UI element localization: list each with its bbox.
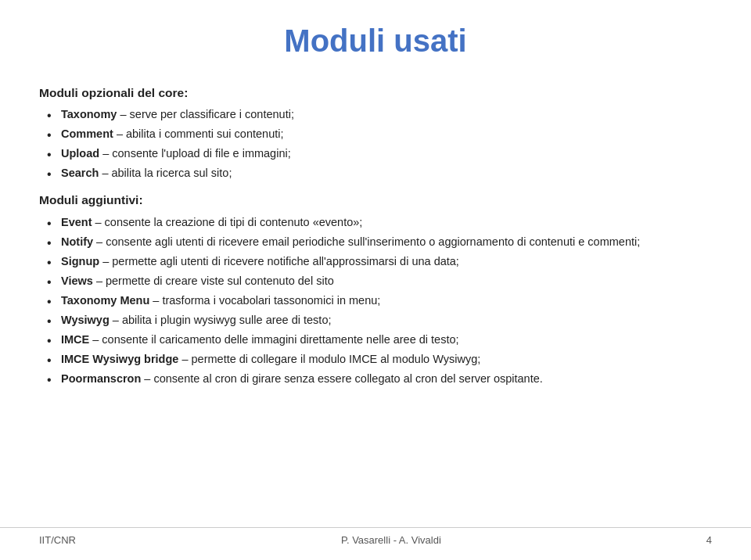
list-item: Notify – consente agli utenti di ricever… bbox=[47, 234, 712, 250]
item-desc: – abilita i commenti sui contenuti; bbox=[113, 127, 284, 140]
item-term: Poormanscron bbox=[61, 372, 141, 385]
item-term: Search bbox=[61, 167, 99, 179]
slide-footer: IIT/CNR P. Vasarelli - A. Vivaldi 4 bbox=[0, 527, 751, 546]
item-desc: – consente il caricamento delle immagini… bbox=[89, 333, 458, 346]
item-term: Taxonomy bbox=[61, 108, 117, 120]
list-item: Wysiwyg – abilita i plugin wysiwyg sulle… bbox=[47, 312, 712, 328]
item-term: IMCE Wysiwyg bridge bbox=[61, 353, 178, 365]
item-desc: – trasforma i vocabolari tassonomici in … bbox=[149, 294, 380, 307]
list-item: IMCE Wysiwyg bridge – permette di colleg… bbox=[47, 351, 712, 368]
list-item: Event – consente la creazione di tipi di… bbox=[47, 214, 712, 231]
item-desc: – consente agli utenti di ricevere email… bbox=[93, 235, 640, 248]
list-item: Taxonomy – serve per classificare i cont… bbox=[47, 106, 712, 123]
slide-container: Moduli usati Moduli opzionali del core: … bbox=[0, 0, 751, 560]
footer-right: 4 bbox=[706, 534, 712, 546]
footer-center: P. Vasarelli - A. Vivaldi bbox=[341, 534, 441, 546]
item-desc: – abilita la ricerca sul sito; bbox=[99, 167, 232, 179]
item-term: IMCE bbox=[61, 333, 89, 346]
section2-heading: Moduli aggiuntivi: bbox=[39, 191, 712, 209]
list-item: Search – abilita la ricerca sul sito; bbox=[47, 165, 712, 181]
item-desc: – serve per classificare i contenuti; bbox=[117, 108, 293, 120]
item-desc: – consente al cron di girare senza esser… bbox=[141, 372, 542, 385]
item-term: Signup bbox=[61, 255, 99, 267]
item-desc: – permette agli utenti di ricevere notif… bbox=[99, 255, 459, 267]
item-term: Comment bbox=[61, 127, 113, 140]
list-item: Upload – consente l'upload di file e imm… bbox=[47, 145, 712, 162]
list-item: Poormanscron – consente al cron di girar… bbox=[47, 371, 712, 387]
item-term: Event bbox=[61, 216, 92, 228]
item-desc: – consente l'upload di file e immagini; bbox=[99, 147, 291, 160]
item-term: Wysiwyg bbox=[61, 314, 110, 326]
section1-heading: Moduli opzionali del core: bbox=[39, 84, 712, 102]
list-item: Comment – abilita i commenti sui contenu… bbox=[47, 126, 712, 142]
item-term: Taxonomy Menu bbox=[61, 294, 149, 307]
list-item: IMCE – consente il caricamento delle imm… bbox=[47, 332, 712, 348]
item-desc: – consente la creazione di tipi di conte… bbox=[92, 216, 363, 228]
item-desc: – permette di collegare il modulo IMCE a… bbox=[178, 353, 480, 365]
section2-list: Event – consente la creazione di tipi di… bbox=[39, 214, 712, 387]
item-term: Upload bbox=[61, 147, 99, 160]
list-item: Signup – permette agli utenti di ricever… bbox=[47, 253, 712, 270]
list-item: Views – permette di creare viste sul con… bbox=[47, 273, 712, 289]
slide-content: Moduli opzionali del core: Taxonomy – se… bbox=[39, 81, 712, 521]
item-desc: – permette di creare viste sul contenuto… bbox=[93, 275, 334, 287]
section1-list: Taxonomy – serve per classificare i cont… bbox=[39, 106, 712, 181]
list-item: Taxonomy Menu – trasforma i vocabolari t… bbox=[47, 293, 712, 309]
slide-title: Moduli usati bbox=[39, 23, 712, 59]
footer-left: IIT/CNR bbox=[39, 534, 76, 546]
item-term: Views bbox=[61, 275, 93, 287]
item-desc: – abilita i plugin wysiwyg sulle aree di… bbox=[110, 314, 332, 326]
item-term: Notify bbox=[61, 235, 93, 248]
